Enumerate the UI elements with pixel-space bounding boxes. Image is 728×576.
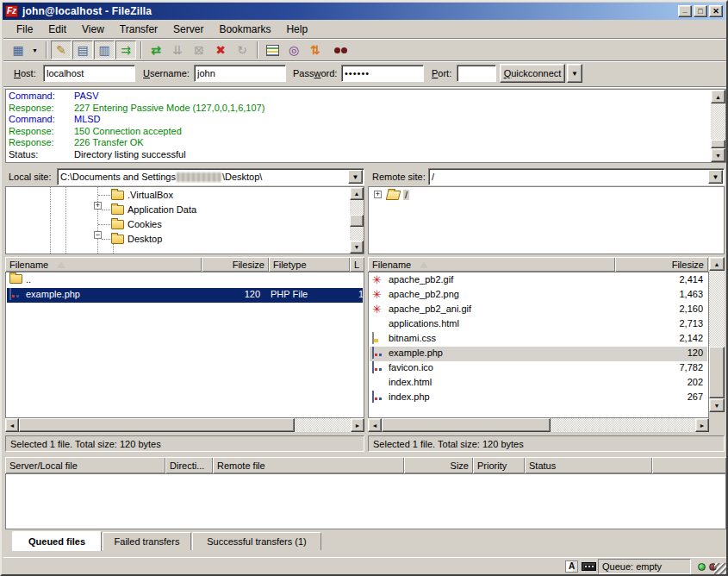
image-file-icon: ✳ bbox=[372, 304, 382, 315]
maximize-button[interactable]: □ bbox=[694, 5, 707, 17]
file-row-parent[interactable]: .. bbox=[7, 273, 363, 288]
column-header-filename[interactable]: Filename bbox=[368, 257, 615, 272]
log-scroll-down-button[interactable]: ▼ bbox=[711, 148, 725, 162]
title-bar[interactable]: Fz john@localhost - FileZilla _ □ ✕ bbox=[3, 3, 725, 20]
file-row[interactable]: applications.html 2,713 bbox=[370, 317, 707, 332]
remote-hscroll-left-button[interactable]: ◄ bbox=[368, 418, 382, 432]
tab-queued-files[interactable]: Queued files bbox=[12, 531, 102, 551]
tab-successful-transfers[interactable]: Successful transfers (1) bbox=[192, 532, 321, 550]
local-tree-scroll-thumb[interactable] bbox=[350, 215, 364, 227]
file-row[interactable]: favicon.ico 7,782 bbox=[370, 361, 707, 376]
menu-help[interactable]: Help bbox=[278, 22, 315, 36]
toggle-queue-button[interactable]: ⇉ bbox=[115, 41, 136, 59]
local-site-dropdown-button[interactable]: ▼ bbox=[348, 170, 363, 184]
local-tree-scroll-up-button[interactable]: ▲ bbox=[350, 187, 364, 200]
remote-tree[interactable]: + / bbox=[368, 186, 725, 254]
queue-body[interactable] bbox=[5, 473, 726, 529]
remote-vscroll-down-button[interactable]: ▼ bbox=[709, 398, 725, 412]
file-row[interactable]: index.php 267 bbox=[370, 391, 707, 405]
username-input[interactable] bbox=[194, 65, 286, 82]
quickconnect-dropdown-button[interactable]: ▼ bbox=[567, 64, 582, 83]
refresh-button[interactable]: ⇄ bbox=[146, 41, 166, 59]
local-site-combo[interactable]: C:\Documents and Settings\Desktop\ ▼ bbox=[57, 168, 364, 185]
tree-item-desktop[interactable]: Desktop bbox=[111, 232, 162, 246]
column-header-filesize[interactable]: Filesize bbox=[615, 257, 708, 272]
file-row[interactable]: ✳ apache_pb2.png 1,463 bbox=[370, 288, 707, 303]
remote-vscroll-track[interactable] bbox=[709, 271, 725, 347]
remote-file-list[interactable]: ✳ apache_pb2.gif 2,414 ✳ apache_pb2.png … bbox=[368, 272, 709, 418]
file-row-selected[interactable]: example.php 120 bbox=[370, 347, 707, 361]
tree-expander-plus-icon[interactable]: + bbox=[374, 191, 382, 198]
column-header-size[interactable]: Size bbox=[404, 457, 473, 473]
file-row[interactable]: ✳ apache_pb2_ani.gif 2,160 bbox=[370, 303, 707, 317]
local-file-list[interactable]: .. example.php 120 PHP File 1 bbox=[5, 272, 364, 418]
toggle-local-tree-button[interactable]: ▤ bbox=[72, 41, 93, 59]
menu-edit[interactable]: Edit bbox=[40, 22, 74, 36]
remote-hscroll-thumb[interactable] bbox=[382, 418, 551, 432]
find-files-button[interactable] bbox=[327, 41, 347, 59]
column-header-direction[interactable]: Directi... bbox=[165, 457, 213, 473]
column-header-priority[interactable]: Priority bbox=[473, 457, 525, 473]
host-input[interactable] bbox=[43, 65, 135, 82]
menu-bookmarks[interactable]: Bookmarks bbox=[211, 22, 278, 36]
close-button[interactable]: ✕ bbox=[709, 5, 723, 17]
resize-grip[interactable] bbox=[714, 563, 726, 575]
tree-item-application-data[interactable]: Application Data bbox=[111, 203, 196, 216]
menu-view[interactable]: View bbox=[74, 22, 112, 36]
tree-expander-plus-icon[interactable]: + bbox=[94, 202, 102, 210]
remote-hscroll-right-button[interactable]: ► bbox=[695, 418, 709, 432]
local-tree-scroll-track[interactable] bbox=[350, 227, 364, 241]
menu-transfer[interactable]: Transfer bbox=[112, 22, 165, 36]
quickconnect-button[interactable]: Quickconnect bbox=[500, 64, 565, 83]
tab-failed-transfers[interactable]: Failed transfers bbox=[103, 532, 191, 550]
filter-button[interactable] bbox=[262, 41, 283, 59]
disconnect-button[interactable]: ✖ bbox=[210, 41, 231, 59]
local-hscroll-track[interactable] bbox=[295, 418, 351, 432]
cancel-button[interactable]: ⊠ bbox=[189, 41, 209, 59]
log-scroll-up-button[interactable]: ▲ bbox=[711, 90, 725, 103]
remote-hscroll-track[interactable] bbox=[551, 418, 695, 432]
message-log[interactable]: Command:PASV Response:227 Entering Passi… bbox=[5, 89, 726, 163]
column-header-filesize[interactable]: Filesize bbox=[202, 257, 269, 272]
site-manager-dropdown-icon[interactable]: ▼ bbox=[29, 41, 40, 59]
local-hscroll-left-button[interactable]: ◄ bbox=[5, 418, 19, 432]
tree-item-cookies[interactable]: Cookies bbox=[111, 217, 162, 231]
remote-vscroll-thumb[interactable] bbox=[709, 347, 725, 398]
remote-site-dropdown-button[interactable]: ▼ bbox=[708, 170, 723, 184]
log-scroll-track[interactable] bbox=[711, 103, 725, 140]
remote-vscroll-up-button[interactable]: ▲ bbox=[709, 257, 725, 271]
tree-item-root[interactable]: / bbox=[387, 188, 409, 202]
column-header-lastmodified[interactable]: L bbox=[350, 257, 364, 272]
file-row[interactable]: bitnami.css 2,142 bbox=[370, 332, 707, 347]
column-header-filetype[interactable]: Filetype bbox=[269, 257, 350, 272]
column-header-filename[interactable]: Filename bbox=[5, 257, 202, 272]
tree-item-virtualbox[interactable]: .VirtualBox bbox=[111, 188, 173, 202]
menu-file[interactable]: File bbox=[9, 22, 40, 36]
remote-site-combo[interactable]: / ▼ bbox=[428, 168, 725, 185]
file-row[interactable]: index.html 202 bbox=[370, 376, 707, 391]
directory-comparison-button[interactable]: ◎ bbox=[283, 41, 304, 59]
menu-server[interactable]: Server bbox=[165, 22, 211, 36]
toggle-remote-tree-button[interactable]: ▥ bbox=[94, 41, 115, 59]
toggle-message-log-button[interactable]: ✎ bbox=[51, 41, 72, 59]
column-header-status[interactable]: Status bbox=[525, 457, 652, 473]
password-input[interactable] bbox=[341, 65, 424, 82]
synchronized-browsing-button[interactable]: ⇅ bbox=[305, 41, 326, 59]
app-icon[interactable]: Fz bbox=[5, 5, 18, 17]
local-hscroll-thumb[interactable] bbox=[19, 418, 295, 432]
local-tree-scroll-track[interactable] bbox=[350, 200, 364, 215]
file-row[interactable]: ✳ apache_pb2.gif 2,414 bbox=[370, 273, 707, 288]
process-queue-button[interactable]: ⇊ bbox=[167, 41, 188, 59]
local-tree-scroll-down-button[interactable]: ▼ bbox=[350, 241, 364, 254]
tree-expander-minus-icon[interactable]: − bbox=[94, 231, 102, 239]
local-tree[interactable]: .VirtualBox + Application Data Cookies −… bbox=[5, 186, 364, 254]
local-hscroll-right-button[interactable]: ► bbox=[351, 418, 364, 432]
minimize-button[interactable]: _ bbox=[678, 5, 692, 17]
file-row-example-php[interactable]: example.php 120 PHP File 1 bbox=[7, 288, 363, 303]
column-header-server-local-file[interactable]: Server/Local file bbox=[5, 457, 165, 473]
port-input[interactable] bbox=[457, 65, 496, 82]
reconnect-button[interactable]: ↻ bbox=[232, 41, 252, 59]
site-manager-button[interactable]: ▦ bbox=[8, 41, 28, 59]
log-scroll-thumb[interactable] bbox=[711, 140, 725, 148]
column-header-remote-file[interactable]: Remote file bbox=[213, 457, 404, 473]
